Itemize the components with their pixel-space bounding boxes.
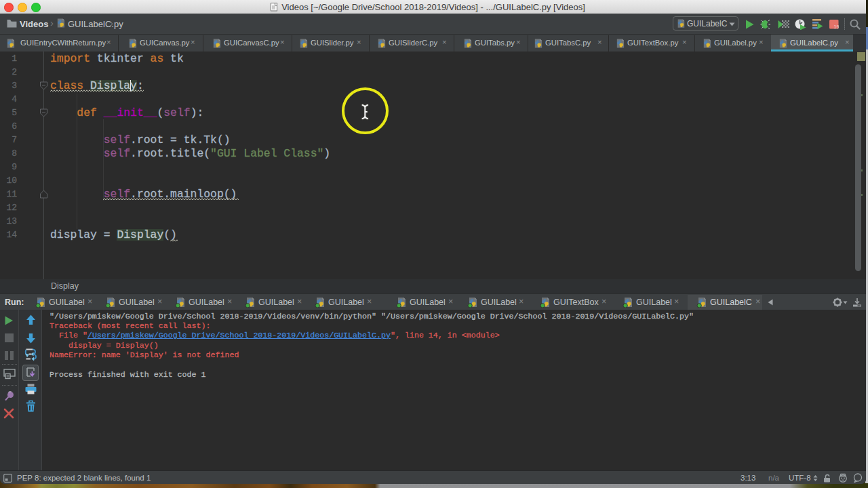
svg-text:19: 19 [834,24,839,29]
